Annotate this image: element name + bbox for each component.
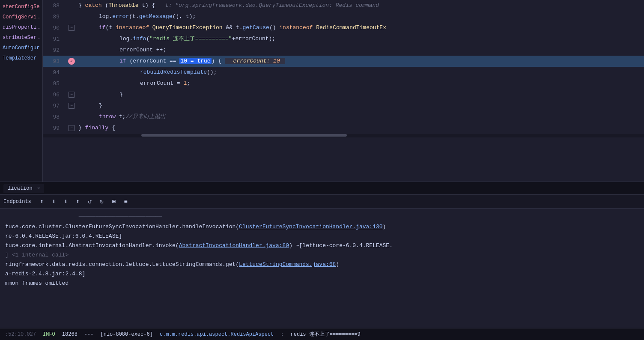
fold-icon-90[interactable]: − <box>69 25 75 31</box>
code-line-90: 90 − if(t instanceof QueryTimeoutExcepti… <box>43 22 644 33</box>
code-line-88: 88 } catch (Throwable t) { t: "org.sprin… <box>43 0 644 11</box>
editor-area: sterConfigSe ConfigService disProperties… <box>0 0 644 182</box>
line-number-98: 98 <box>43 114 66 120</box>
toolbar-btn-list[interactable]: ≡ <box>121 197 131 206</box>
trace-jar-0: re-6.0.4.RELEASE.jar:6.0.4.RELEASE] <box>5 233 122 239</box>
panel-toolbar: Endpoints ⬆ ⬇ ⬇ ⬆ ↺ ↻ ⊞ ≡ <box>0 195 644 209</box>
trace-line-3: ] <1 internal call> <box>5 251 639 260</box>
line-content-99: } finally { <box>77 122 644 134</box>
toolbar-btn-grid[interactable]: ⊞ <box>109 197 119 206</box>
line-content-96: } <box>77 89 644 100</box>
trace-line-0: tuce.core.cluster.ClusterFutureSyncInvoc… <box>5 222 639 232</box>
code-line-91: 91 log.info("redis 连不上了=========="+error… <box>43 33 644 45</box>
code-line-92: 92 errorCount ++; <box>43 45 644 56</box>
code-line-94: 94 rebuildRedisTemplate(); <box>43 67 644 78</box>
code-line-98: 98 throw t;//异常向上抛出 <box>43 111 644 122</box>
line-number-89: 89 <box>43 14 66 20</box>
trace-prefix-0: tuce.core.cluster.ClusterFutureSyncInvoc… <box>5 224 239 230</box>
line-gutter-93: ✓ <box>66 58 77 65</box>
line-content-90: if(t instanceof QueryTimeoutException &&… <box>77 22 644 33</box>
sidebar: sterConfigSe ConfigService disProperties… <box>0 0 43 182</box>
trace-jar-1: a-redis-2.4.8.jar:2.4.8] <box>5 271 85 277</box>
trace-link-2[interactable]: AbstractInvocationHandler.java:80 <box>179 242 289 249</box>
trace-prefix-2: tuce.core.internal.AbstractInvocationHan… <box>5 242 179 249</box>
sidebar-item-5[interactable]: TemplateSer <box>0 53 42 63</box>
line-number-94: 94 <box>43 69 66 76</box>
code-line-89: 89 log.error(t.getMessage(), t); <box>43 11 644 22</box>
line-content-89: log.error(t.getMessage(), t); <box>77 11 644 22</box>
code-line-96: 96 − } <box>43 89 644 100</box>
trace-separator: ───────────────────────── <box>5 212 639 221</box>
line-content-88: } catch (Throwable t) { t: "org.springfr… <box>77 0 644 11</box>
toolbar-btn-refresh[interactable]: ↺ <box>85 197 95 206</box>
fold-icon-99[interactable]: − <box>69 125 75 131</box>
sidebar-item-0[interactable]: sterConfigSe <box>0 2 42 12</box>
panel-tab-label: lication <box>8 185 33 191</box>
toolbar-label: Endpoints <box>3 199 31 205</box>
toolbar-btn-up2[interactable]: ⬆ <box>73 197 83 206</box>
line-number-91: 91 <box>43 36 66 42</box>
status-level: INFO <box>43 331 55 337</box>
line-number-99: 99 <box>43 125 66 131</box>
status-time: :52:10.027 <box>5 331 36 337</box>
status-thread: [nio-8080-exec-6] <box>100 331 152 337</box>
sidebar-item-1[interactable]: ConfigService <box>0 12 42 22</box>
code-line-99: 99 − } finally { <box>43 122 644 134</box>
line-gutter-90: − <box>66 25 77 31</box>
toolbar-btn-refresh2[interactable]: ↻ <box>97 197 107 206</box>
line-content-98: throw t;//异常向上抛出 <box>77 111 644 122</box>
line-content-95: errorCount = 1; <box>77 78 644 89</box>
toolbar-btn-up[interactable]: ⬆ <box>37 197 47 206</box>
line-gutter-97: − <box>66 103 77 109</box>
horizontal-scrollbar[interactable] <box>43 134 644 137</box>
trace-omitted: mmon frames omitted <box>5 280 69 286</box>
line-content-93: if (errorCount == 10 = true) { errorCoun… <box>77 56 644 67</box>
line-gutter-96: − <box>66 92 77 98</box>
status-message: redis 连不上了=========9 <box>291 331 361 338</box>
sidebar-item-2[interactable]: disProperties <box>0 22 42 33</box>
trace-suffix-0: ) <box>383 224 386 230</box>
sidebar-item-3[interactable]: stributeServic <box>0 33 42 43</box>
bottom-panel: lication × Endpoints ⬆ ⬇ ⬇ ⬆ ↺ ↻ ⊞ ≡ ───… <box>0 182 644 340</box>
fold-icon-96[interactable]: − <box>69 92 75 98</box>
scrollbar-thumb[interactable] <box>141 134 347 137</box>
line-content-97: } <box>77 100 644 111</box>
status-bar: :52:10.027 INFO 18268 --- [nio-8080-exec… <box>0 328 644 340</box>
panel-tab-application[interactable]: lication × <box>3 184 44 193</box>
line-number-96: 96 <box>43 92 66 98</box>
line-number-93: 93 <box>43 58 66 65</box>
trace-line-6: mmon frames omitted <box>5 279 639 288</box>
status-pid: 18268 <box>62 331 78 337</box>
trace-link-4[interactable]: LettuceStringCommands.java:68 <box>239 261 336 268</box>
stack-trace-panel: ───────────────────────── tuce.core.clus… <box>0 209 644 328</box>
sidebar-item-4[interactable]: AutoConfigur <box>0 43 42 53</box>
trace-prefix-4: ringframework.data.redis.connection.lett… <box>5 261 239 268</box>
trace-line-5: a-redis-2.4.8.jar:2.4.8] <box>5 269 639 279</box>
trace-line-1: re-6.0.4.RELEASE.jar:6.0.4.RELEASE] <box>5 232 639 241</box>
toolbar-btn-down2[interactable]: ⬇ <box>61 197 71 206</box>
trace-line-2: tuce.core.internal.AbstractInvocationHan… <box>5 241 639 251</box>
trace-link-0[interactable]: ClusterFutureSyncInvocationHandler.java:… <box>239 224 382 230</box>
code-line-93: 93 ✓ if (errorCount == 10 = true) { erro… <box>43 56 644 67</box>
toolbar-btn-down1[interactable]: ⬇ <box>49 197 59 206</box>
line-gutter-99: − <box>66 125 77 131</box>
line-number-90: 90 <box>43 25 66 31</box>
trace-line-4: ringframework.data.redis.connection.lett… <box>5 260 639 269</box>
trace-internal-0: ] <1 internal call> <box>5 252 69 258</box>
line-content-91: log.info("redis 连不上了=========="+errorCou… <box>77 33 644 45</box>
panel-tabs: lication × <box>0 182 644 195</box>
line-number-97: 97 <box>43 103 66 109</box>
line-number-88: 88 <box>43 3 66 9</box>
fold-icon-97[interactable]: − <box>69 103 75 109</box>
line-content-94: rebuildRedisTemplate(); <box>77 67 644 78</box>
line-number-95: 95 <box>43 81 66 87</box>
status-separator: --- <box>84 331 94 337</box>
trace-suffix-2: ) ~[lettuce-core-6.0.4.RELEASE. <box>289 242 393 249</box>
main-container: sterConfigSe ConfigService disProperties… <box>0 0 644 340</box>
code-line-97: 97 − } <box>43 100 644 111</box>
panel-tab-close[interactable]: × <box>37 186 40 191</box>
code-lines: 88 } catch (Throwable t) { t: "org.sprin… <box>43 0 644 134</box>
trace-suffix-4: ) <box>336 261 339 268</box>
line-content-92: errorCount ++; <box>77 45 644 56</box>
breakpoint-93[interactable]: ✓ <box>68 58 75 65</box>
